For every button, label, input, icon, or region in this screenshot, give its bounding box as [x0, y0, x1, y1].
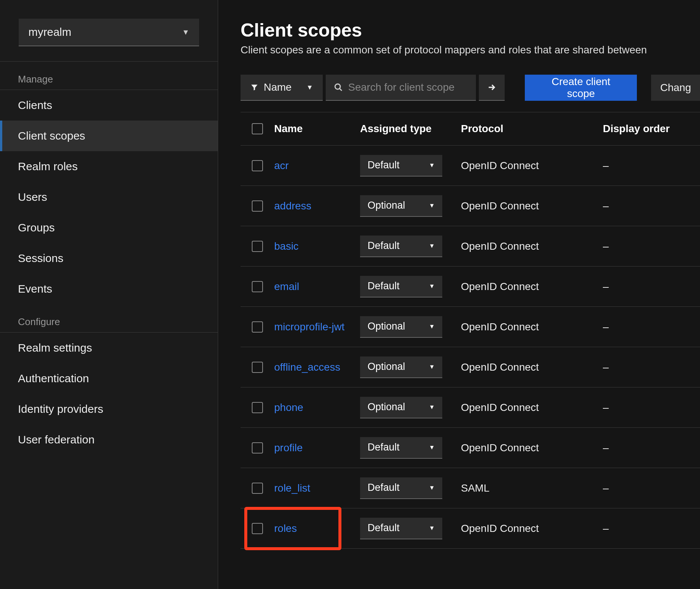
sidebar-item-authentication[interactable]: Authentication — [0, 363, 218, 394]
chevron-down-icon: ▼ — [429, 283, 435, 290]
scope-name-link[interactable]: acr — [274, 160, 289, 171]
row-checkbox[interactable] — [252, 362, 263, 373]
row-checkbox-cell — [241, 402, 274, 413]
assigned-type-value: Default — [368, 159, 400, 171]
row-checkbox-cell — [241, 321, 274, 333]
protocol-value: OpenID Connect — [461, 361, 603, 373]
display-order-value: – — [603, 281, 700, 293]
protocol-value: OpenID Connect — [461, 281, 603, 293]
table-row: rolesDefault▼OpenID Connect– — [241, 508, 700, 549]
table-row: offline_accessOptional▼OpenID Connect– — [241, 347, 700, 387]
display-order-value: – — [603, 402, 700, 414]
assigned-type-value: Optional — [368, 361, 405, 373]
assigned-type-select[interactable]: Default▼ — [360, 236, 442, 257]
display-order-value: – — [603, 321, 700, 333]
sidebar-item-groups[interactable]: Groups — [0, 212, 218, 243]
sidebar-item-clients[interactable]: Clients — [0, 90, 218, 121]
scope-name-link[interactable]: offline_access — [274, 361, 340, 373]
protocol-value: SAML — [461, 482, 603, 494]
realm-selector-value: myrealm — [28, 26, 71, 38]
scope-name-link[interactable]: phone — [274, 402, 303, 413]
chevron-down-icon: ▼ — [429, 323, 435, 330]
assigned-type-select[interactable]: Default▼ — [360, 518, 442, 539]
scope-name-link[interactable]: roles — [274, 523, 297, 534]
create-client-scope-button[interactable]: Create client scope — [525, 75, 637, 101]
chevron-down-icon: ▼ — [182, 28, 189, 37]
scope-name-link[interactable]: address — [274, 200, 312, 212]
assigned-type-value: Default — [368, 240, 400, 252]
sidebar-item-sessions[interactable]: Sessions — [0, 243, 218, 274]
sidebar-item-users[interactable]: Users — [0, 182, 218, 212]
change-type-button[interactable]: Chang — [651, 75, 700, 101]
nav-list: ClientsClient scopesRealm rolesUsersGrou… — [0, 90, 218, 304]
scope-name-link[interactable]: microprofile-jwt — [274, 321, 344, 333]
assigned-type-value: Default — [368, 522, 400, 534]
assigned-type-value: Optional — [368, 321, 405, 332]
protocol-value: OpenID Connect — [461, 402, 603, 414]
table-row: phoneOptional▼OpenID Connect– — [241, 387, 700, 428]
change-button-label: Chang — [660, 82, 691, 94]
assigned-type-select[interactable]: Optional▼ — [360, 397, 442, 418]
table-row: acrDefault▼OpenID Connect– — [241, 146, 700, 186]
row-checkbox[interactable] — [252, 523, 263, 534]
table-row: emailDefault▼OpenID Connect– — [241, 267, 700, 307]
protocol-value: OpenID Connect — [461, 240, 603, 252]
scope-name-link[interactable]: role_list — [274, 482, 310, 494]
row-checkbox[interactable] — [252, 483, 263, 494]
filter-dropdown[interactable]: Name ▼ — [241, 75, 323, 101]
row-checkbox[interactable] — [252, 241, 263, 252]
assigned-type-value: Default — [368, 482, 400, 493]
assigned-type-select[interactable]: Default▼ — [360, 276, 442, 297]
scope-name-link[interactable]: profile — [274, 442, 303, 454]
assigned-type-select[interactable]: Default▼ — [360, 437, 442, 459]
chevron-down-icon: ▼ — [429, 404, 435, 411]
page-description: Client scopes are a common set of protoc… — [241, 44, 700, 56]
row-checkbox[interactable] — [252, 281, 263, 292]
table-row: profileDefault▼OpenID Connect– — [241, 428, 700, 468]
display-order-value: – — [603, 240, 700, 252]
assigned-type-value: Optional — [368, 200, 405, 211]
search-input[interactable] — [343, 81, 468, 93]
nav-section-label: Configure — [0, 304, 218, 332]
row-checkbox-cell — [241, 281, 274, 292]
sidebar-item-realm-roles[interactable]: Realm roles — [0, 151, 218, 182]
chevron-down-icon: ▼ — [429, 364, 435, 370]
display-order-value: – — [603, 482, 700, 494]
chevron-down-icon: ▼ — [429, 243, 435, 249]
assigned-type-select[interactable]: Default▼ — [360, 477, 442, 499]
assigned-type-select[interactable]: Optional▼ — [360, 356, 442, 378]
assigned-type-select[interactable]: Optional▼ — [360, 316, 442, 338]
column-header-assigned-type: Assigned type — [360, 123, 461, 135]
sidebar-item-user-federation[interactable]: User federation — [0, 424, 218, 455]
display-order-value: – — [603, 523, 700, 535]
row-checkbox[interactable] — [252, 200, 263, 212]
main-content: Client scopes Client scopes are a common… — [218, 0, 700, 589]
scope-name-link[interactable]: basic — [274, 240, 298, 252]
sidebar-item-client-scopes[interactable]: Client scopes — [0, 121, 218, 151]
protocol-value: OpenID Connect — [461, 442, 603, 454]
display-order-value: – — [603, 442, 700, 454]
scope-name-link[interactable]: email — [274, 281, 299, 292]
display-order-value: – — [603, 361, 700, 373]
sidebar-item-events[interactable]: Events — [0, 274, 218, 304]
row-checkbox-cell — [241, 200, 274, 212]
row-checkbox[interactable] — [252, 402, 263, 413]
row-checkbox-cell — [241, 241, 274, 252]
search-icon — [334, 83, 343, 92]
display-order-value: – — [603, 200, 700, 212]
row-checkbox-cell — [241, 442, 274, 454]
assigned-type-select[interactable]: Default▼ — [360, 155, 442, 177]
row-checkbox[interactable] — [252, 442, 263, 454]
row-checkbox[interactable] — [252, 160, 263, 171]
select-all-checkbox[interactable] — [252, 123, 263, 134]
column-header-display-order: Display order — [603, 123, 700, 135]
filter-label: Name — [264, 81, 292, 93]
row-checkbox[interactable] — [252, 321, 263, 333]
chevron-down-icon: ▼ — [306, 84, 313, 91]
sidebar-item-realm-settings[interactable]: Realm settings — [0, 333, 218, 363]
realm-selector[interactable]: myrealm ▼ — [19, 19, 199, 46]
row-checkbox-cell — [241, 523, 274, 534]
assigned-type-select[interactable]: Optional▼ — [360, 195, 442, 217]
search-submit-button[interactable] — [479, 75, 505, 101]
sidebar-item-identity-providers[interactable]: Identity providers — [0, 394, 218, 424]
